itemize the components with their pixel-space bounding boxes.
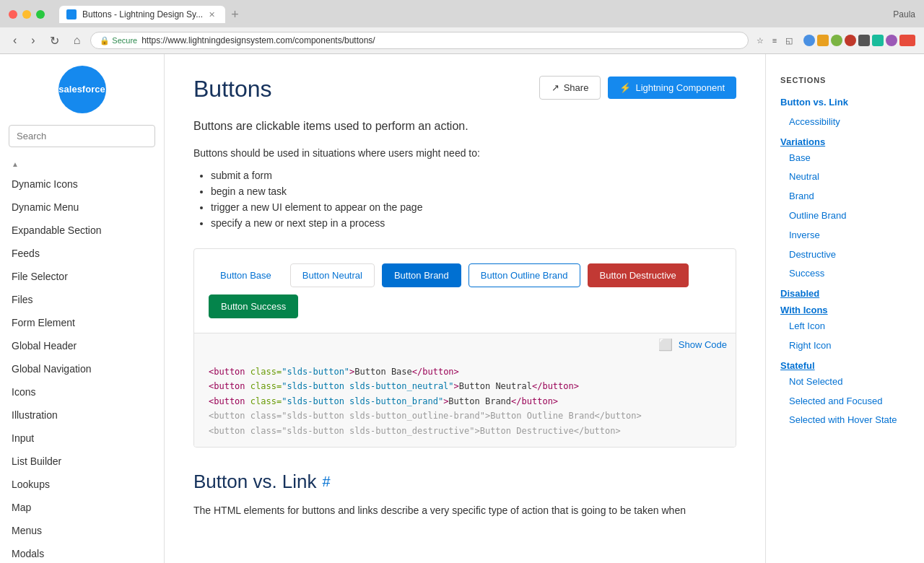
usage-list-item: submit a form (211, 167, 736, 183)
toc-item-inverse[interactable]: Inverse (780, 226, 910, 245)
code-line-2: <button class="slds-button slds-button_n… (209, 379, 721, 393)
sidebar-item-files[interactable]: Files (0, 288, 164, 311)
browser-user: Paula (893, 9, 915, 19)
main-content: Buttons ↗ Share ⚡ Lightning Component Bu… (165, 54, 765, 563)
search-input[interactable] (9, 125, 155, 147)
toc-item-not-selected[interactable]: Not Selected (780, 372, 910, 392)
bookmark-icon[interactable]: ☆ (754, 35, 766, 46)
button-brand-demo[interactable]: Button Brand (382, 263, 461, 287)
toc-item-success[interactable]: Success (780, 264, 910, 284)
header-actions: ↗ Share ⚡ Lightning Component (539, 76, 736, 100)
tab-title: Buttons - Lightning Design Sy... (82, 9, 203, 19)
toc-item-left-icon[interactable]: Left Icon (780, 317, 910, 336)
browser-navbar: ‹ › ↻ ⌂ 🔒 Secure https://www.lightningde… (0, 27, 924, 54)
lightning-label: Lightning Component (635, 82, 725, 93)
share-label: Share (564, 82, 589, 93)
sidebar-item-input[interactable]: Input (0, 427, 164, 450)
toc-item-outline-brand[interactable]: Outline Brand (780, 206, 910, 226)
extension-icon-3[interactable] (831, 35, 842, 46)
sidebar-item-illustration[interactable]: Illustration (0, 403, 164, 427)
button-destructive-demo[interactable]: Button Destructive (588, 263, 689, 287)
toc-item-accessibility[interactable]: Accessibility (780, 113, 910, 132)
toc-item-selected-and-focused[interactable]: Selected and Focused (780, 392, 910, 411)
code-value: "slds-button" (282, 367, 349, 377)
toc-item-variations[interactable]: Variations (780, 132, 910, 149)
browser-tab[interactable]: Buttons - Lightning Design Sy... ✕ (59, 6, 225, 23)
new-tab-button[interactable]: + (225, 7, 245, 22)
sidebar-logo-area: salesforce (0, 54, 164, 125)
sidebar-item-feeds[interactable]: Feeds (0, 242, 164, 265)
sidebar-item-collapsed[interactable]: ▲ (0, 156, 164, 173)
toc-item-destructive[interactable]: Destructive (780, 245, 910, 265)
toc-item-stateful[interactable]: Stateful (780, 356, 910, 372)
toc-title: SECTIONS (780, 76, 910, 84)
code-line-5: <button class="slds-button slds-button_d… (209, 424, 721, 438)
home-button[interactable]: ⌂ (69, 32, 85, 48)
extension-icon-5[interactable] (858, 35, 870, 46)
sidebar-item-dynamic-icons[interactable]: Dynamic Icons (0, 173, 164, 196)
sidebar-item-global-navigation[interactable]: Global Navigation (0, 357, 164, 380)
sidebar-item-modals[interactable]: Modals (0, 542, 164, 563)
sidebar-item-global-header[interactable]: Global Header (0, 334, 164, 357)
nav-icons: ☆ ≡ ◱ (754, 35, 795, 46)
sidebar-item-lookups[interactable]: Lookups (0, 473, 164, 496)
sidebar-item-icons[interactable]: Icons (0, 380, 164, 403)
code-block: <button class="slds-button">Button Base<… (194, 356, 736, 447)
sidebar-item-dynamic-menu[interactable]: Dynamic Menu (0, 196, 164, 219)
show-code-button[interactable]: Show Code (679, 339, 727, 350)
page-description: Buttons are clickable items used to perf… (193, 120, 736, 133)
lightning-component-button[interactable]: ⚡ Lightning Component (608, 77, 736, 99)
forward-button[interactable]: › (27, 32, 39, 48)
page-title: Buttons (193, 76, 272, 102)
address-url: https://www.lightningdesignsystem.com/co… (141, 35, 375, 45)
button-outline-brand-demo[interactable]: Button Outline Brand (468, 263, 580, 287)
button-base-demo[interactable]: Button Base (209, 264, 283, 287)
close-window-button[interactable] (9, 10, 17, 19)
copy-code-button[interactable]: ⬜ (658, 338, 673, 352)
toc-item-button-vs.-link[interactable]: Button vs. Link (780, 93, 910, 113)
section-heading: Button vs. Link # (193, 471, 736, 493)
toc-item-selected-with-hover-state[interactable]: Selected with Hover State (780, 411, 910, 430)
toc-container: Button vs. LinkAccessibilityVariationsBa… (780, 93, 910, 430)
right-sidebar: SECTIONS Button vs. LinkAccessibilityVar… (765, 54, 924, 563)
sidebar-item-file-selector[interactable]: File Selector (0, 265, 164, 288)
extension-icon-4[interactable] (845, 35, 856, 46)
toc-item-right-icon[interactable]: Right Icon (780, 336, 910, 356)
extension-icon-8[interactable] (899, 35, 915, 46)
tab-close-button[interactable]: ✕ (209, 10, 215, 19)
toc-item-disabled[interactable]: Disabled (780, 284, 910, 300)
sidebar-item-list-builder[interactable]: List Builder (0, 450, 164, 473)
salesforce-logo[interactable]: salesforce (58, 66, 106, 113)
chevron-icon: ▲ (12, 160, 19, 168)
pocket-icon[interactable]: ◱ (783, 35, 795, 46)
sidebar-item-menus[interactable]: Menus (0, 519, 164, 542)
refresh-button[interactable]: ↻ (45, 32, 64, 49)
sidebar-item-expandable-section[interactable]: Expandable Section (0, 219, 164, 242)
toc-item-neutral[interactable]: Neutral (780, 167, 910, 187)
sidebar-nav: ▲ Dynamic IconsDynamic MenuExpandable Se… (0, 156, 164, 563)
button-neutral-demo[interactable]: Button Neutral (290, 263, 375, 287)
share-button[interactable]: ↗ Share (539, 76, 601, 100)
sidebar-item-form-element[interactable]: Form Element (0, 311, 164, 334)
browser-titlebar: Buttons - Lightning Design Sy... ✕ + Pau… (0, 0, 924, 27)
minimize-window-button[interactable] (22, 10, 31, 19)
toc-item-with-icons[interactable]: With Icons (780, 300, 910, 317)
maximize-window-button[interactable] (36, 10, 45, 19)
logo-text: salesforce (58, 84, 105, 95)
section-hash-link[interactable]: # (323, 473, 331, 490)
section-heading-text: Button vs. Link (193, 471, 317, 493)
extension-icon-6[interactable] (872, 35, 884, 46)
toc-item-base[interactable]: Base (780, 149, 910, 168)
extension-icon-2[interactable] (817, 35, 829, 46)
usage-list-item: specify a new or next step in a process (211, 215, 736, 231)
window-controls (9, 10, 45, 19)
address-bar[interactable]: 🔒 Secure https://www.lightningdesignsyst… (90, 32, 749, 49)
extension-icon-1[interactable] (803, 35, 815, 46)
extension-icon-7[interactable] (886, 35, 897, 46)
sidebar-item-map[interactable]: Map (0, 496, 164, 519)
back-button[interactable]: ‹ (9, 32, 21, 48)
reader-icon[interactable]: ≡ (769, 35, 780, 46)
share-icon: ↗ (552, 82, 559, 93)
toc-item-brand[interactable]: Brand (780, 187, 910, 206)
button-success-demo[interactable]: Button Success (209, 294, 298, 318)
